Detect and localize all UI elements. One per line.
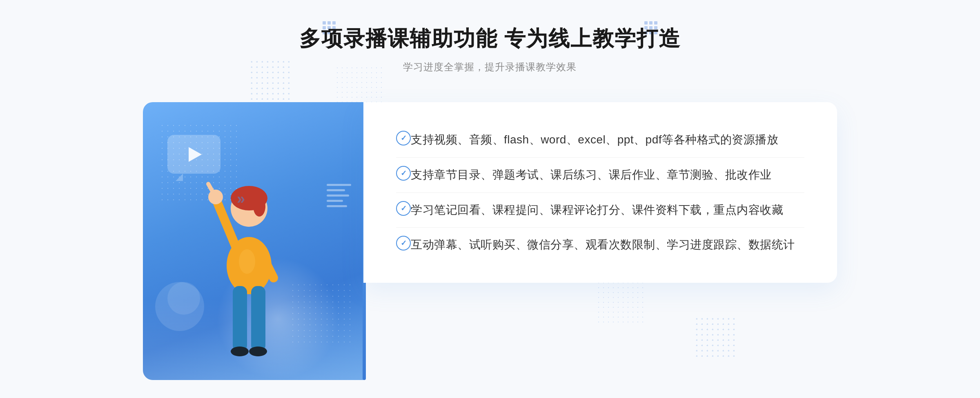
svg-point-3 (253, 196, 265, 217)
feature-item-3: ✓ 学习笔记回看、课程提问、课程评论打分、课件资料下载，重点内容收藏 (396, 193, 804, 228)
play-bubble-tail (176, 174, 183, 181)
feature-item-2: ✓ 支持章节目录、弹题考试、课后练习、课后作业、章节测验、批改作业 (396, 158, 804, 193)
content-panel-wrapper: ✓ 支持视频、音频、flash、word、excel、ppt、pdf等各种格式的… (363, 94, 837, 388)
feature-text-1: 支持视频、音频、flash、word、excel、ppt、pdf等各种格式的资源… (411, 131, 778, 149)
content-area: ✓ 支持视频、音频、flash、word、excel、ppt、pdf等各种格式的… (143, 94, 837, 388)
person-illustration (184, 135, 314, 380)
feature-item-4: ✓ 互动弹幕、试听购买、微信分享、观看次数限制、学习进度跟踪、数据统计 (396, 228, 804, 262)
feature-item-1: ✓ 支持视频、音频、flash、word、excel、ppt、pdf等各种格式的… (396, 123, 804, 158)
check-mark-3: ✓ (401, 205, 407, 212)
stripe-decoration (327, 184, 351, 217)
illustration-panel (143, 102, 363, 380)
check-mark-2: ✓ (401, 170, 407, 177)
svg-point-11 (239, 249, 255, 274)
check-mark-1: ✓ (401, 134, 407, 142)
main-title: 多项录播课辅助功能 专为线上教学打造 (299, 25, 681, 53)
arrow-left-decoration: » (237, 190, 245, 208)
svg-rect-7 (233, 286, 247, 351)
feature-text-4: 互动弹幕、试听购买、微信分享、观看次数限制、学习进度跟踪、数据统计 (411, 236, 795, 254)
feature-text-2: 支持章节目录、弹题考试、课后练习、课后作业、章节测验、批改作业 (411, 166, 772, 184)
check-mark-4: ✓ (401, 239, 407, 247)
check-icon-4: ✓ (396, 236, 411, 250)
svg-point-10 (249, 347, 267, 356)
page-container: 多项录播课辅助功能 专为线上教学打造 学习进度全掌握，提升录播课教学效果 » (0, 0, 980, 398)
check-icon-3: ✓ (396, 201, 411, 216)
page-header: 多项录播课辅助功能 专为线上教学打造 学习进度全掌握，提升录播课教学效果 (299, 25, 681, 74)
svg-point-9 (231, 347, 249, 356)
svg-rect-8 (251, 286, 265, 351)
feature-text-3: 学习笔记回看、课程提问、课程评论打分、课件资料下载，重点内容收藏 (411, 201, 783, 219)
content-panel: ✓ 支持视频、音频、flash、word、excel、ppt、pdf等各种格式的… (363, 102, 837, 283)
subtitle: 学习进度全掌握，提升录播课教学效果 (299, 60, 681, 74)
check-icon-1: ✓ (396, 131, 411, 145)
check-icon-2: ✓ (396, 166, 411, 181)
